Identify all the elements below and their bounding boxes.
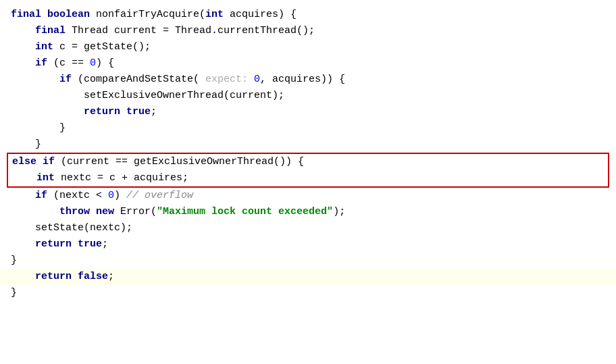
code-line-6: setExclusiveOwnerThread(current); <box>0 88 616 104</box>
code-line-9: } <box>0 136 616 153</box>
code-line-13: throw new Error("Maximum lock count exce… <box>0 204 616 220</box>
code-line-11: int nextc = c + acquires; <box>8 170 608 186</box>
code-line-17: return false; <box>0 269 616 285</box>
code-line-2: final Thread current = Thread.currentThr… <box>0 23 616 39</box>
code-line-5: if (compareAndSetState( expect: 0, acqui… <box>0 72 616 88</box>
code-line-7: return true; <box>0 104 616 120</box>
code-line-16: } <box>0 253 616 269</box>
code-line-15: return true; <box>0 236 616 253</box>
code-line-14: setState(nextc); <box>0 220 616 236</box>
highlighted-block: else if (current == getExclusiveOwnerThr… <box>7 153 609 188</box>
code-line-12: if (nextc < 0) // overflow <box>0 188 616 204</box>
code-line-3: int c = getState(); <box>0 39 616 55</box>
code-line-1: final boolean nonfairTryAcquire(int acqu… <box>0 7 616 23</box>
code-line-8: } <box>0 120 616 136</box>
code-line-10: else if (current == getExclusiveOwnerThr… <box>8 154 608 170</box>
code-line-4: if (c == 0) { <box>0 55 616 72</box>
code-container: final boolean nonfairTryAcquire(int acqu… <box>0 0 616 308</box>
code-line-18: } <box>0 285 616 301</box>
